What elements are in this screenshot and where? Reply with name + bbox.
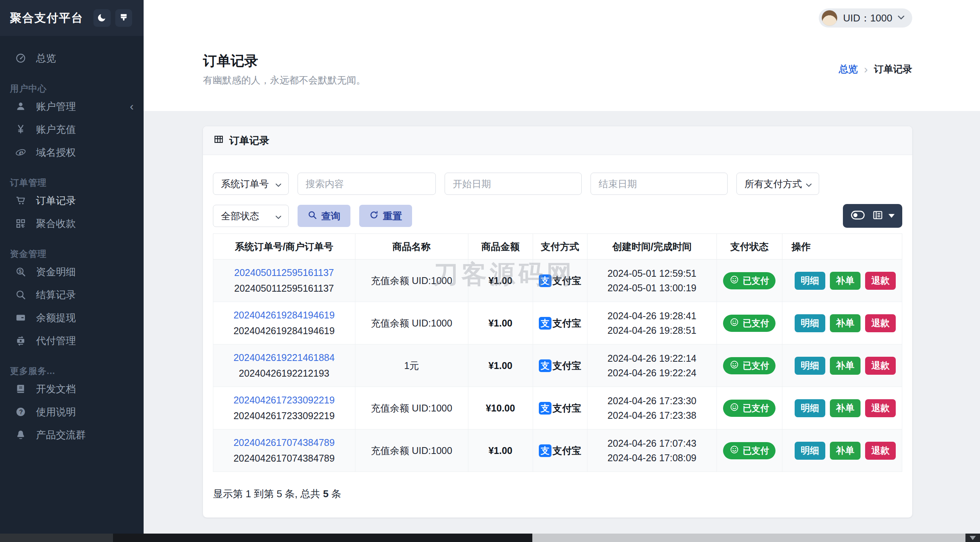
sidebar-item-label: 余额提现: [36, 311, 76, 325]
sidebar-section-label: 用户中心: [0, 82, 144, 95]
scrollbar-thumb[interactable]: [113, 534, 532, 542]
detail-button[interactable]: 明细: [795, 272, 825, 290]
sidebar-item-payout-management[interactable]: 代付管理: [0, 329, 144, 352]
pay-method-cell: 支支付宝: [533, 429, 587, 472]
qq-icon: [15, 429, 27, 440]
sidebar-item-balance-withdrawal[interactable]: 余额提现: [0, 306, 144, 329]
theme-button[interactable]: [115, 9, 133, 27]
filter-row-2: 全部状态 查询 重置: [213, 204, 902, 228]
product-name: 充值余额 UID:1000: [355, 429, 468, 472]
user-icon: [15, 101, 27, 112]
system-order-link[interactable]: 2024042619221461884: [216, 352, 352, 363]
detail-button[interactable]: 明细: [795, 442, 825, 460]
system-order-link[interactable]: 2024050112595161137: [216, 267, 352, 278]
detail-button[interactable]: 明细: [795, 399, 825, 417]
sidebar-item-account-recharge[interactable]: 账户充值: [0, 118, 144, 141]
refund-button[interactable]: 退款: [865, 442, 896, 460]
alipay-icon: 支: [539, 317, 551, 330]
search-input[interactable]: [298, 173, 436, 195]
completed-time: 2024-05-01 13:00:19: [591, 281, 713, 295]
system-order-link[interactable]: 2024042617233092219: [216, 395, 352, 406]
refresh-icon: [369, 210, 379, 222]
refund-button[interactable]: 退款: [865, 399, 896, 417]
sidebar-nav: 总览用户中心账户管理‹账户充值e域名授权订单管理订单记录聚合收款资金管理$资金明…: [0, 36, 144, 446]
sidebar-item-dev-docs[interactable]: 开发文档: [0, 377, 144, 400]
refund-button[interactable]: 退款: [865, 357, 896, 375]
sidebar-item-overview[interactable]: 总览: [0, 47, 144, 70]
page-head-left: 订单记录 有幽默感的人，永远都不会默默无闻。: [203, 53, 366, 86]
completed-time: 2024-04-26 19:22:24: [591, 366, 713, 380]
detail-button[interactable]: 明细: [795, 357, 825, 375]
order-no-type-select[interactable]: 系统订单号: [213, 173, 289, 195]
page-subtitle: 有幽默感的人，永远都不会默默无闻。: [203, 74, 366, 86]
globe-e-icon: e: [15, 147, 27, 158]
sidebar-item-order-records[interactable]: 订单记录: [0, 189, 144, 212]
content: 订单记录 系统订单号 所有支付方式: [144, 111, 980, 518]
created-time: 2024-05-01 12:59:51: [591, 266, 713, 281]
table-grid-icon: [214, 134, 224, 147]
sidebar-item-usage-instructions[interactable]: ?使用说明: [0, 400, 144, 423]
moon-icon: [97, 13, 107, 24]
supplement-button[interactable]: 补单: [830, 272, 861, 290]
actions-cell: 明细补单退款: [782, 302, 902, 344]
supplement-button[interactable]: 补单: [830, 314, 861, 332]
system-order-link[interactable]: 2024042617074384789: [216, 437, 352, 448]
sidebar-item-domain-authorization[interactable]: e域名授权: [0, 141, 144, 164]
table-row: 20240501125951611372024050112595161137充值…: [213, 260, 902, 302]
query-button[interactable]: 查询: [298, 205, 350, 227]
refund-button[interactable]: 退款: [865, 314, 896, 332]
product-amount: ¥10.00: [468, 387, 533, 429]
product-amount: ¥1.00: [468, 260, 533, 302]
app-root: 聚合支付平台 总览用户中心账户管理‹账户充值e域名授权订单管理订单记录聚合收款资…: [0, 0, 980, 542]
toggle-icon: [851, 211, 865, 221]
detail-button[interactable]: 明细: [795, 314, 825, 332]
horizontal-scrollbar[interactable]: [0, 534, 980, 542]
sidebar-section-label: 订单管理: [0, 176, 144, 189]
search-dollar-icon: $: [15, 266, 27, 277]
sidebar-item-label: 开发文档: [36, 382, 76, 396]
status-select[interactable]: 全部状态: [213, 205, 289, 227]
supplement-button[interactable]: 补单: [830, 442, 861, 460]
dark-mode-button[interactable]: [93, 9, 111, 27]
avatar: [821, 10, 838, 26]
time-cell: 2024-04-26 19:22:142024-04-26 19:22:24: [587, 344, 717, 387]
status-cell: 已支付: [717, 429, 782, 472]
status-cell: 已支付: [717, 302, 782, 344]
columns-list-icon: [872, 210, 883, 222]
scrollbar-corner-button[interactable]: [965, 534, 980, 542]
scrollbar-track-left: [0, 534, 113, 542]
sidebar-item-label: 域名授权: [36, 146, 76, 159]
chevron-down-icon: [898, 15, 905, 21]
product-name: 充值余额 UID:1000: [355, 302, 468, 344]
svg-text:?: ?: [19, 409, 23, 415]
user-menu[interactable]: UID：1000: [819, 8, 912, 28]
refund-button[interactable]: 退款: [865, 272, 896, 290]
product-name: 充值余额 UID:1000: [355, 260, 468, 302]
time-cell: 2024-05-01 12:59:512024-05-01 13:00:19: [587, 260, 717, 302]
status-badge: 已支付: [723, 272, 775, 289]
table-view-control[interactable]: [843, 204, 902, 228]
time-cell: 2024-04-26 17:07:432024-04-26 17:08:09: [587, 429, 717, 472]
reset-button[interactable]: 重置: [359, 205, 412, 227]
merchant-order-no: 2024042617233092219: [234, 410, 335, 421]
completed-time: 2024-04-26 19:28:51: [591, 323, 713, 338]
end-date-input[interactable]: [591, 173, 728, 195]
supplement-button[interactable]: 补单: [830, 399, 861, 417]
brush-icon: [119, 13, 129, 24]
completed-time: 2024-04-26 17:08:09: [591, 451, 713, 465]
product-amount: ¥1.00: [468, 344, 533, 387]
sidebar-item-product-group[interactable]: 产品交流群: [0, 423, 144, 446]
cart-icon: [15, 195, 27, 206]
order-numbers-cell: 20240426192841946192024042619284194619: [213, 302, 355, 344]
sidebar-item-aggregate-collection[interactable]: 聚合收款: [0, 212, 144, 235]
supplement-button[interactable]: 补单: [830, 357, 861, 375]
start-date-input[interactable]: [445, 173, 582, 195]
smiley-icon: [730, 275, 739, 287]
sidebar-item-fund-details[interactable]: $资金明细: [0, 260, 144, 283]
qr-icon: [15, 218, 27, 229]
sidebar-item-settlement-records[interactable]: 结算记录: [0, 283, 144, 306]
breadcrumb-home-link[interactable]: 总览: [839, 63, 858, 75]
system-order-link[interactable]: 2024042619284194619: [216, 310, 352, 321]
sidebar-item-account-management[interactable]: 账户管理‹: [0, 95, 144, 118]
pay-method-select[interactable]: 所有支付方式: [736, 173, 819, 195]
